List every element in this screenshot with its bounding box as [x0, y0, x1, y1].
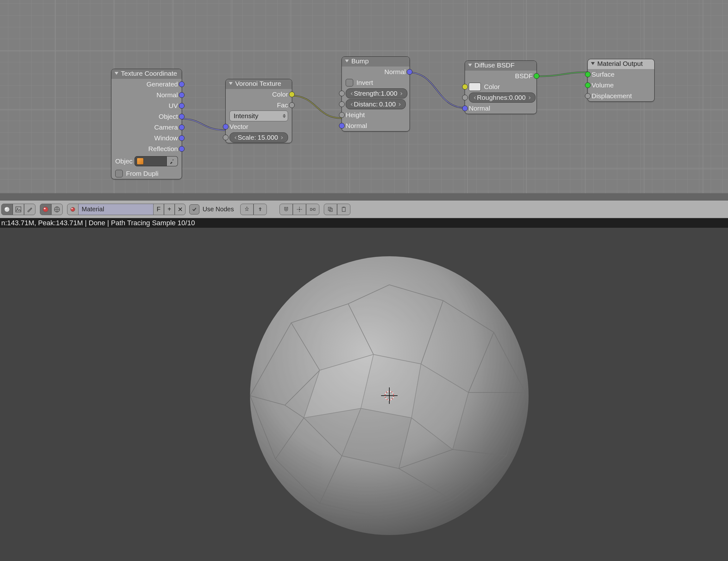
- paste-nodes-button[interactable]: [337, 204, 350, 215]
- unlink-material-button[interactable]: ✕: [175, 204, 185, 215]
- pin-icon: [244, 206, 250, 212]
- snap-type-button[interactable]: [293, 204, 306, 215]
- svg-rect-14: [342, 207, 345, 211]
- material-browse-button[interactable]: [67, 204, 78, 215]
- from-dupli-checkbox[interactable]: [115, 170, 123, 177]
- node-header[interactable]: Diffuse BSDF: [465, 61, 537, 71]
- invert-checkbox[interactable]: [346, 79, 353, 86]
- socket-out[interactable]: [179, 135, 185, 141]
- socket-color: Color: [272, 91, 288, 98]
- node-editor[interactable]: Texture Coordinate Generated Normal UV O…: [0, 0, 728, 200]
- socket-out[interactable]: [179, 92, 185, 98]
- svg-point-5: [44, 207, 46, 209]
- tree-type-shader-button[interactable]: [1, 204, 13, 215]
- socket-out[interactable]: [179, 103, 185, 109]
- check-icon: [191, 206, 197, 212]
- socket-in[interactable]: [339, 91, 345, 96]
- collapse-icon[interactable]: [591, 62, 595, 65]
- object-label: Objec: [115, 157, 133, 165]
- socket-out[interactable]: [179, 146, 185, 152]
- distance-field[interactable]: ‹Distanc:0.100›: [346, 99, 406, 109]
- node-bump[interactable]: Bump Normal Invert ‹Strength:1.000› ‹Dis…: [342, 56, 410, 131]
- collapse-icon[interactable]: [468, 64, 472, 66]
- new-material-button[interactable]: +: [164, 204, 175, 215]
- socket-out[interactable]: [289, 102, 295, 108]
- socket-window: Window: [154, 134, 178, 142]
- collapse-icon[interactable]: [115, 72, 118, 75]
- pin-button[interactable]: [240, 204, 254, 215]
- node-header[interactable]: Bump: [342, 57, 410, 66]
- snap-button[interactable]: [279, 204, 293, 215]
- socket-in[interactable]: [462, 84, 468, 90]
- object-picker-row: Objec: [111, 154, 182, 168]
- socket-out[interactable]: [534, 73, 539, 79]
- shader-world-button[interactable]: [51, 204, 63, 215]
- color-swatch[interactable]: [469, 83, 481, 91]
- socket-normal-out: Normal: [384, 68, 406, 76]
- socket-in[interactable]: [339, 112, 345, 118]
- node-header[interactable]: Material Output: [588, 59, 654, 69]
- socket-uv: UV: [169, 102, 178, 110]
- socket-in[interactable]: [223, 124, 229, 129]
- roughness-field[interactable]: ‹Roughnes:0.000›: [469, 92, 536, 103]
- socket-in[interactable]: [223, 135, 229, 140]
- svg-point-3: [17, 208, 18, 209]
- socket-in[interactable]: [339, 101, 345, 107]
- socket-out[interactable]: [179, 114, 185, 119]
- material-name-field[interactable]: Material: [78, 204, 153, 215]
- use-nodes-checkbox[interactable]: [189, 204, 199, 214]
- use-nodes-label: Use Nodes: [203, 205, 234, 213]
- socket-in[interactable]: [585, 72, 591, 77]
- socket-out[interactable]: [179, 81, 185, 87]
- collapse-icon[interactable]: [345, 60, 349, 62]
- socket-out[interactable]: [289, 91, 295, 97]
- paste-icon: [341, 206, 347, 212]
- svg-point-1: [5, 207, 7, 209]
- node-title: Voronoi Texture: [235, 80, 281, 87]
- collapse-icon[interactable]: [229, 82, 233, 85]
- socket-in[interactable]: [462, 95, 468, 100]
- svg-rect-2: [16, 206, 21, 212]
- socket-in[interactable]: [585, 82, 591, 88]
- fake-user-button[interactable]: F: [153, 204, 164, 215]
- socket-displacement: Displacement: [592, 92, 632, 100]
- parent-node-button[interactable]: [254, 204, 267, 215]
- node-voronoi-texture[interactable]: Voronoi Texture Color Fac Intensity Vect…: [225, 79, 292, 143]
- socket-in[interactable]: [585, 93, 591, 99]
- socket-out[interactable]: [407, 69, 412, 75]
- shader-object-button[interactable]: [40, 204, 51, 215]
- socket-in[interactable]: [339, 123, 345, 129]
- scale-field[interactable]: ‹Scale:15.000›: [229, 132, 288, 142]
- node-title: Material Output: [597, 60, 643, 67]
- socket-out[interactable]: [179, 124, 185, 130]
- material-sphere-icon: [70, 206, 76, 212]
- world-icon: [53, 206, 60, 213]
- arrow-up-icon: [257, 206, 263, 212]
- node-diffuse-bsdf[interactable]: Diffuse BSDF BSDF Color ‹Roughnes:0.000›…: [465, 60, 537, 114]
- eyedropper-button[interactable]: [167, 156, 178, 166]
- node-texture-coordinate[interactable]: Texture Coordinate Generated Normal UV O…: [111, 69, 182, 179]
- tree-type-texture-button[interactable]: [24, 204, 35, 215]
- viewport-3d[interactable]: n:143.71M, Peak:143.71M | Done | Path Tr…: [0, 218, 728, 561]
- strength-field[interactable]: ‹Strength:1.000›: [346, 88, 407, 98]
- render-status-bar: n:143.71M, Peak:143.71M | Done | Path Tr…: [0, 218, 728, 228]
- node-header[interactable]: Voronoi Texture: [226, 79, 292, 89]
- copy-nodes-button[interactable]: [324, 204, 337, 215]
- auto-offset-button[interactable]: [306, 204, 319, 215]
- grid-snap-icon: [296, 206, 303, 212]
- socket-bsdf: BSDF: [515, 72, 533, 80]
- tree-type-compositor-button[interactable]: [13, 204, 24, 215]
- svg-rect-10: [310, 208, 312, 210]
- node-header[interactable]: Texture Coordinate: [111, 69, 182, 79]
- node-material-output[interactable]: Material Output Surface Volume Displacem…: [587, 59, 655, 102]
- object-field[interactable]: [135, 156, 167, 166]
- eyedropper-icon: [169, 158, 175, 164]
- svg-point-4: [43, 206, 48, 212]
- socket-surface: Surface: [592, 71, 614, 78]
- socket-in[interactable]: [462, 105, 468, 111]
- svg-point-9: [298, 208, 300, 210]
- coloring-dropdown[interactable]: Intensity: [229, 110, 288, 121]
- socket-object: Object: [159, 113, 178, 120]
- svg-point-0: [4, 206, 10, 212]
- from-dupli-label: From Dupli: [126, 170, 159, 177]
